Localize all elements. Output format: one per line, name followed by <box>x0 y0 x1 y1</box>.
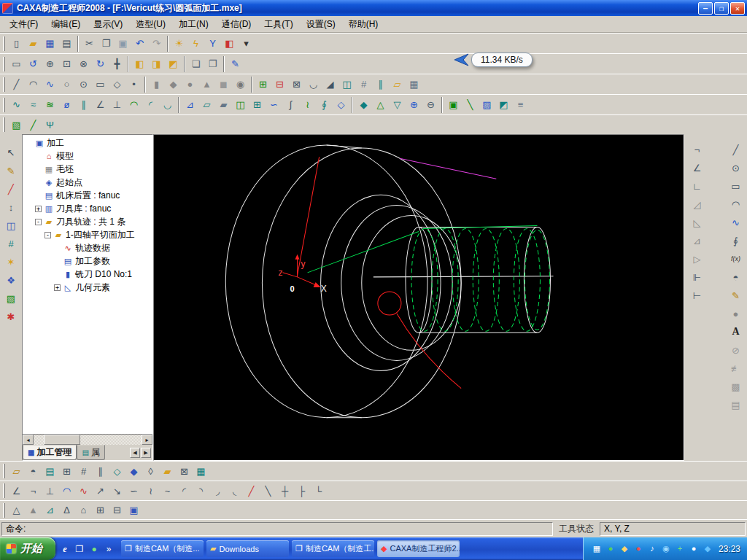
mesh-surface-icon[interactable]: ⊞ <box>58 463 75 479</box>
green-square-icon[interactable]: ▣ <box>445 97 462 113</box>
tree-item-op-4axis[interactable]: - ▰ 1-四轴平切面加工 <box>23 228 152 241</box>
formula-curve-icon[interactable]: f(x) <box>727 251 744 267</box>
wave-op-icon[interactable]: ∿ <box>8 97 25 113</box>
revolve-icon[interactable]: ◆ <box>165 77 182 93</box>
dim-tri2-icon[interactable]: ◺ <box>689 214 705 230</box>
minus-box-edit-icon[interactable]: ⊟ <box>109 502 125 518</box>
blob-tool-icon[interactable]: ● <box>727 306 744 322</box>
q1-arc-icon[interactable]: ◜ <box>176 483 193 499</box>
arch-op-icon[interactable]: ◠ <box>125 97 142 113</box>
menu-item[interactable]: 编辑(E) <box>44 16 87 32</box>
toolbar-grip[interactable] <box>3 57 5 71</box>
integral-op-icon[interactable]: ∫ <box>282 97 299 113</box>
mirror-icon[interactable]: ∥ <box>372 77 389 93</box>
triple-wave-op-icon[interactable]: ≋ <box>42 97 58 113</box>
spline-icon[interactable]: ∿ <box>42 77 58 93</box>
undo-icon[interactable]: ↶ <box>131 36 148 52</box>
fill-surface-icon[interactable]: ◆ <box>125 463 142 479</box>
offset-surface-icon[interactable]: ◇ <box>109 463 125 479</box>
point-icon[interactable]: • <box>125 77 142 93</box>
wreath-op-icon[interactable]: ≀ <box>299 97 316 113</box>
pick-filter-icon[interactable]: Y <box>204 36 221 52</box>
cut-icon[interactable]: ✂ <box>81 36 98 52</box>
viewport[interactable]: y z X 0 <box>153 134 684 461</box>
corner-curve-icon[interactable]: ¬ <box>25 483 42 499</box>
sphere-icon[interactable]: ● <box>182 77 198 93</box>
overflow-chevron-icon[interactable]: » <box>102 542 115 556</box>
toolbar-separator[interactable] <box>223 56 225 72</box>
toolbar-separator[interactable] <box>441 97 443 113</box>
redo-icon[interactable]: ↷ <box>148 36 165 52</box>
solid-tri-edit-icon[interactable]: ▲ <box>25 502 42 518</box>
tree-item-path-data[interactable]: ∿ 轨迹数据 <box>23 241 152 254</box>
rect-icon[interactable]: ▭ <box>92 77 109 93</box>
tab-next-icon[interactable]: ▶ <box>141 448 151 458</box>
tab-prev-icon[interactable]: ◀ <box>130 448 140 458</box>
wr-curve-icon[interactable]: ≀ <box>142 483 159 499</box>
tree-item-post[interactable]: ▤ 机床后置 : fanuc <box>23 189 152 202</box>
wave-curve-icon[interactable]: ∿ <box>75 483 92 499</box>
update-icon[interactable]: ◆ <box>619 542 630 556</box>
panel-icon[interactable]: ◫ <box>3 217 20 233</box>
paste-icon[interactable]: ▣ <box>115 36 131 52</box>
diameter-op-icon[interactable]: ø <box>58 97 75 113</box>
square-edit-icon[interactable]: ▣ <box>125 502 142 518</box>
arch-down-op-icon[interactable]: ◡ <box>159 97 176 113</box>
ie-icon[interactable]: e <box>58 542 71 556</box>
circleminus-op-icon[interactable]: ⊖ <box>422 97 439 113</box>
knife-icon[interactable]: ╱ <box>3 181 20 197</box>
scroll-thumb[interactable] <box>44 435 80 445</box>
zoom-in-icon[interactable]: ⊕ <box>42 56 58 72</box>
contour-op-icon[interactable]: ∮ <box>316 97 333 113</box>
tree-expand-toggle[interactable]: - <box>35 219 42 225</box>
boolean-add-icon[interactable]: ⊞ <box>255 77 271 93</box>
text-tool-icon[interactable]: A <box>727 324 744 340</box>
start-button[interactable]: 开始 <box>0 537 55 560</box>
plusbox-op-icon[interactable]: ⊞ <box>249 97 266 113</box>
toolbar-separator[interactable] <box>128 56 129 72</box>
open-icon[interactable]: ▰ <box>25 36 42 52</box>
arc-tool-icon[interactable]: ◠ <box>727 196 744 212</box>
ne-arrow-icon[interactable]: ↗ <box>92 483 109 499</box>
minimize-button[interactable]: — <box>698 2 713 15</box>
messenger-icon[interactable]: ● <box>688 542 700 556</box>
redraw-icon[interactable]: ▭ <box>8 56 25 72</box>
tree-item-machining-root[interactable]: ▣ 加工 <box>23 136 152 149</box>
dim-angle-icon[interactable]: ∠ <box>689 160 705 176</box>
diamond-op-icon[interactable]: ◇ <box>333 97 349 113</box>
plus-box-edit-icon[interactable]: ⊞ <box>92 502 109 518</box>
q3-arc-icon[interactable]: ◞ <box>209 483 226 499</box>
ellipse-icon[interactable]: ⊙ <box>75 77 92 93</box>
menu-item[interactable]: 加工(N) <box>172 16 215 32</box>
antivirus-icon[interactable]: ● <box>605 542 616 556</box>
triup-op-icon[interactable]: △ <box>372 97 389 113</box>
toolbar-grip[interactable] <box>3 464 5 478</box>
backslash-icon[interactable]: ╲ <box>462 97 479 113</box>
hatch-icon[interactable]: ▨ <box>479 97 495 113</box>
chamfer-icon[interactable]: ◢ <box>322 77 338 93</box>
diamond-icon[interactable]: ❖ <box>3 272 20 288</box>
shell-icon[interactable]: ◫ <box>338 77 355 93</box>
hatch2-icon[interactable]: ▧ <box>3 290 20 306</box>
asterisk-icon[interactable]: ✱ <box>3 308 20 324</box>
menu-item[interactable]: 显示(V) <box>87 16 129 32</box>
sketchpen-tool-icon[interactable]: ✎ <box>727 287 744 303</box>
bar-op-icon[interactable]: ▰ <box>215 97 232 113</box>
sweep-surface-icon[interactable]: ▤ <box>42 463 58 479</box>
toolbar-separator[interactable] <box>251 77 252 93</box>
circleplus-op-icon[interactable]: ⊕ <box>406 97 422 113</box>
toolbar-grip[interactable] <box>3 98 5 112</box>
pattern-icon[interactable]: # <box>355 77 372 93</box>
refresh-icon[interactable]: ↺ <box>25 56 42 72</box>
parallel-surface-icon[interactable]: ∥ <box>92 463 109 479</box>
grid-icon[interactable]: # <box>3 236 20 252</box>
circle-tool-icon[interactable]: ⊙ <box>727 160 744 176</box>
spline-tool-icon[interactable]: ∿ <box>727 214 744 230</box>
perp-op-icon[interactable]: ⊥ <box>109 97 125 113</box>
zoom-dynamic-icon[interactable]: ⊗ <box>75 56 92 72</box>
surface-icon[interactable]: ▱ <box>389 77 406 93</box>
menu-item[interactable]: 工具(T) <box>258 16 299 32</box>
toolbar-separator[interactable] <box>144 77 146 93</box>
scroll-track[interactable] <box>34 435 142 445</box>
tool-axis-icon[interactable]: Ψ <box>42 117 58 133</box>
